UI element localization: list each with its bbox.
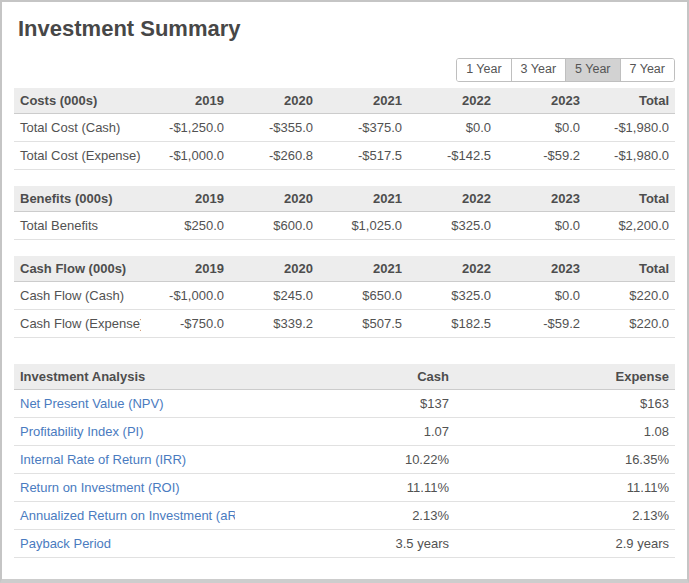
row-label-cash-flow-expense: Cash Flow (Expense) [14, 310, 141, 338]
irr-link[interactable]: Internal Rate of Return (IRR) [20, 452, 186, 467]
table-row: Total Cost (Expense) -$1,000.0 -$260.8 -… [14, 142, 675, 170]
cell-value: -$142.5 [408, 142, 497, 170]
cell-value: $250.0 [141, 212, 230, 240]
period-button-1-year[interactable]: 1 Year [457, 59, 510, 81]
cell-value: $0.0 [497, 114, 586, 142]
cell-value: $507.5 [319, 310, 408, 338]
payback-period-link[interactable]: Payback Period [20, 536, 111, 551]
cash-flow-header-2023: 2023 [497, 256, 586, 282]
table-row: Profitability Index (PI) 1.07 1.08 [14, 418, 675, 446]
roi-cash-value: 11.11% [235, 474, 455, 502]
table-row: Total Benefits $250.0 $600.0 $1,025.0 $3… [14, 212, 675, 240]
costs-header-total: Total [586, 88, 675, 114]
cell-value: -$59.2 [497, 142, 586, 170]
investment-summary-panel: Investment Summary 1 Year 3 Year 5 Year … [0, 0, 689, 583]
table-row: Total Cost (Cash) -$1,250.0 -$355.0 -$37… [14, 114, 675, 142]
cell-value: $220.0 [586, 282, 675, 310]
costs-table: Costs (000s) 2019 2020 2021 2022 2023 To… [14, 88, 675, 170]
cell-value: $0.0 [497, 212, 586, 240]
row-label-cash-flow-cash: Cash Flow (Cash) [14, 282, 141, 310]
payback-cash-value: 3.5 years [235, 530, 455, 558]
irr-cash-value: 10.22% [235, 446, 455, 474]
analysis-header-title: Investment Analysis [14, 364, 235, 390]
cell-value: -$1,000.0 [141, 142, 230, 170]
cell-value: $1,025.0 [319, 212, 408, 240]
analysis-header-expense: Expense [455, 364, 675, 390]
cell-value: $182.5 [408, 310, 497, 338]
cell-value: $0.0 [497, 282, 586, 310]
cash-flow-header-2019: 2019 [141, 256, 230, 282]
benefits-header-title: Benefits (000s) [14, 186, 141, 212]
cell-value: -$1,980.0 [586, 142, 675, 170]
table-row: Net Present Value (NPV) $137 $163 [14, 390, 675, 418]
table-row: Cash Flow (Cash) -$1,000.0 $245.0 $650.0… [14, 282, 675, 310]
cell-value: $2,200.0 [586, 212, 675, 240]
cell-value: -$517.5 [319, 142, 408, 170]
period-button-3-year[interactable]: 3 Year [511, 59, 565, 81]
table-row: Return on Investment (ROI) 11.11% 11.11% [14, 474, 675, 502]
row-label-total-benefits: Total Benefits [14, 212, 141, 240]
costs-header-2019: 2019 [141, 88, 230, 114]
benefits-header-row: Benefits (000s) 2019 2020 2021 2022 2023… [14, 186, 675, 212]
cell-value: -$59.2 [497, 310, 586, 338]
cell-value: $650.0 [319, 282, 408, 310]
cash-flow-header-total: Total [586, 256, 675, 282]
costs-header-2022: 2022 [408, 88, 497, 114]
table-row: Payback Period 3.5 years 2.9 years [14, 530, 675, 558]
cell-value: $325.0 [408, 282, 497, 310]
cell-value: -$355.0 [230, 114, 319, 142]
cell-value: $245.0 [230, 282, 319, 310]
page-title: Investment Summary [18, 16, 675, 41]
pi-link[interactable]: Profitability Index (PI) [20, 424, 144, 439]
cell-value: $600.0 [230, 212, 319, 240]
table-row: Annualized Return on Investment (aROI) 2… [14, 502, 675, 530]
analysis-header-cash: Cash [235, 364, 455, 390]
cell-value: -$1,980.0 [586, 114, 675, 142]
benefits-header-2021: 2021 [319, 186, 408, 212]
cell-value: $339.2 [230, 310, 319, 338]
roi-link[interactable]: Return on Investment (ROI) [20, 480, 180, 495]
aroi-cash-value: 2.13% [235, 502, 455, 530]
analysis-header-row: Investment Analysis Cash Expense [14, 364, 675, 390]
costs-header-2020: 2020 [230, 88, 319, 114]
table-row: Internal Rate of Return (IRR) 10.22% 16.… [14, 446, 675, 474]
costs-header-title: Costs (000s) [14, 88, 141, 114]
aroi-expense-value: 2.13% [455, 502, 675, 530]
npv-expense-value: $163 [455, 390, 675, 418]
pi-cash-value: 1.07 [235, 418, 455, 446]
npv-link[interactable]: Net Present Value (NPV) [20, 396, 164, 411]
payback-expense-value: 2.9 years [455, 530, 675, 558]
cash-flow-header-row: Cash Flow (000s) 2019 2020 2021 2022 202… [14, 256, 675, 282]
cash-flow-header-title: Cash Flow (000s) [14, 256, 141, 282]
costs-header-2023: 2023 [497, 88, 586, 114]
period-toolbar: 1 Year 3 Year 5 Year 7 Year [14, 58, 675, 82]
benefits-header-2022: 2022 [408, 186, 497, 212]
cash-flow-header-2022: 2022 [408, 256, 497, 282]
cell-value: -$1,250.0 [141, 114, 230, 142]
cell-value: $325.0 [408, 212, 497, 240]
cash-flow-header-2020: 2020 [230, 256, 319, 282]
investment-analysis-table: Investment Analysis Cash Expense Net Pre… [14, 364, 675, 558]
costs-header-row: Costs (000s) 2019 2020 2021 2022 2023 To… [14, 88, 675, 114]
irr-expense-value: 16.35% [455, 446, 675, 474]
table-row: Cash Flow (Expense) -$750.0 $339.2 $507.… [14, 310, 675, 338]
pi-expense-value: 1.08 [455, 418, 675, 446]
cell-value: $220.0 [586, 310, 675, 338]
period-button-7-year[interactable]: 7 Year [620, 59, 674, 81]
cash-flow-table: Cash Flow (000s) 2019 2020 2021 2022 202… [14, 256, 675, 338]
cash-flow-header-2021: 2021 [319, 256, 408, 282]
aroi-link[interactable]: Annualized Return on Investment (aROI) [20, 508, 235, 523]
cell-value: -$750.0 [141, 310, 230, 338]
cell-value: -$375.0 [319, 114, 408, 142]
cell-value: $0.0 [408, 114, 497, 142]
benefits-header-2019: 2019 [141, 186, 230, 212]
cell-value: -$1,000.0 [141, 282, 230, 310]
benefits-header-2023: 2023 [497, 186, 586, 212]
period-button-group: 1 Year 3 Year 5 Year 7 Year [456, 58, 675, 82]
benefits-table: Benefits (000s) 2019 2020 2021 2022 2023… [14, 186, 675, 240]
costs-header-2021: 2021 [319, 88, 408, 114]
benefits-header-2020: 2020 [230, 186, 319, 212]
cell-value: -$260.8 [230, 142, 319, 170]
benefits-header-total: Total [586, 186, 675, 212]
period-button-5-year[interactable]: 5 Year [565, 59, 619, 81]
